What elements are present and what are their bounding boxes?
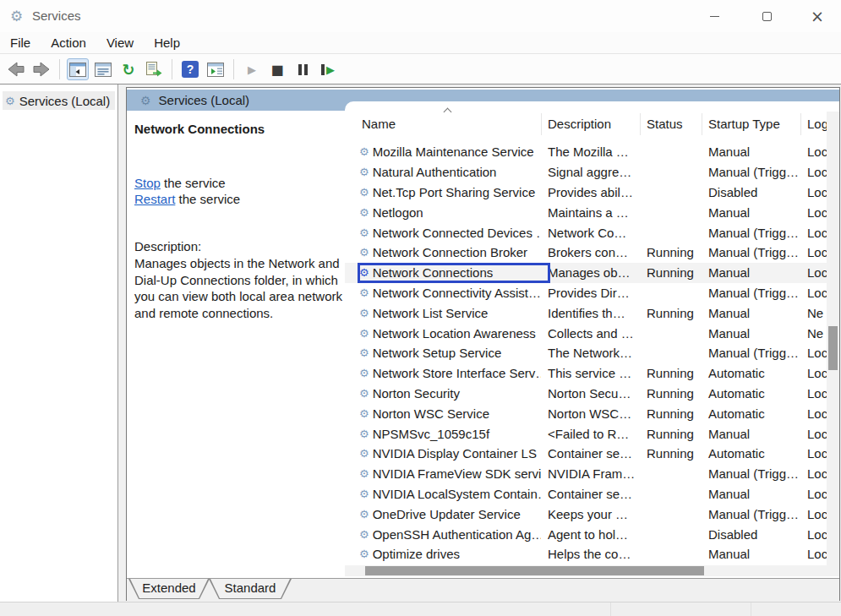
table-row[interactable]: ⚙ OpenSSH Authentication Ag… Agent to ho… xyxy=(345,524,827,544)
horizontal-scrollbar[interactable] xyxy=(345,565,827,576)
service-startup-type: Manual (Trigg… xyxy=(702,507,800,521)
refresh-button[interactable]: ↻ xyxy=(117,58,139,80)
service-gear-icon: ⚙ xyxy=(359,226,369,239)
column-divider[interactable] xyxy=(800,113,801,135)
help-button[interactable]: ? xyxy=(179,58,201,80)
table-row[interactable]: ⚙ NVIDIA Display Container LS Container … xyxy=(345,444,827,464)
menu-help[interactable]: Help xyxy=(144,34,190,52)
table-row[interactable]: ⚙ Net.Tcp Port Sharing Service Provides … xyxy=(345,183,827,203)
column-header-status[interactable]: Status xyxy=(647,117,683,131)
tree-item-label: Services (Local) xyxy=(19,94,111,108)
service-name: NPSMSvc_1059c15f xyxy=(373,427,489,441)
service-name-cell: ⚙ Network Store Interface Serv… xyxy=(345,366,541,380)
table-row[interactable]: ⚙ Network Connectivity Assist… Provides … xyxy=(345,283,827,303)
service-status: Running xyxy=(640,306,702,320)
table-row[interactable]: ⚙ Network Store Interface Serv… This ser… xyxy=(345,363,827,384)
table-row[interactable]: ⚙ NPSMSvc_1059c15f <Failed to R… Running… xyxy=(345,423,827,444)
service-name-cell: ⚙ Netlogon xyxy=(345,205,541,220)
column-divider[interactable] xyxy=(640,113,641,135)
table-row[interactable]: ⚙ NVIDIA FrameView SDK servi… NVIDIA Fra… xyxy=(345,464,827,484)
action-pane-icon xyxy=(207,63,224,77)
table-row[interactable]: ⚙ Norton WSC Service Norton WSC… Running… xyxy=(345,403,827,423)
back-button[interactable] xyxy=(5,58,27,80)
table-row[interactable]: ⚙ OneDrive Updater Service Keeps your … … xyxy=(345,504,827,524)
service-name-cell: ⚙ Network Setup Service xyxy=(345,346,541,360)
service-startup-type: Manual xyxy=(702,547,800,561)
menu-view[interactable]: View xyxy=(96,34,144,52)
table-row[interactable]: ⚙ Network List Service Identifies th… Ru… xyxy=(345,303,827,323)
column-header-log-on-as[interactable]: Log xyxy=(807,117,828,131)
maximize-button[interactable] xyxy=(747,0,786,32)
close-button[interactable]: × xyxy=(798,0,837,32)
horizontal-scrollbar-thumb[interactable] xyxy=(365,566,704,575)
service-name: Network Store Interface Serv… xyxy=(373,366,541,380)
column-header-startup-type[interactable]: Startup Type xyxy=(708,117,780,131)
table-row[interactable]: ⚙ Optimize drives Helps the co… Manual L… xyxy=(345,544,827,564)
tab-standard[interactable]: Standard xyxy=(209,579,292,599)
stop-service-button[interactable]: ■ xyxy=(266,58,288,80)
table-row[interactable]: ⚙ Norton Security Norton Secu… Running A… xyxy=(345,384,827,404)
service-status: Running xyxy=(640,386,702,401)
properties-button[interactable] xyxy=(92,58,114,80)
service-description: Collects and … xyxy=(541,326,640,341)
service-gear-icon: ⚙ xyxy=(359,488,369,500)
column-divider[interactable] xyxy=(702,113,702,135)
service-startup-type: Manual xyxy=(702,427,800,441)
start-service-button[interactable]: ▶ xyxy=(241,58,263,80)
forward-button[interactable] xyxy=(30,58,52,80)
service-name: OneDrive Updater Service xyxy=(373,507,521,521)
pane-header-icon: ⚙ xyxy=(140,94,151,107)
service-name: Network List Service xyxy=(373,306,489,320)
column-header-description[interactable]: Description xyxy=(548,117,611,131)
tab-extended[interactable]: Extended xyxy=(128,579,210,599)
toolbar-separator xyxy=(59,59,60,79)
table-row[interactable]: ⚙ Network Location Awareness Collects an… xyxy=(345,323,827,343)
table-row[interactable]: ⚙ Network Setup Service The Network… Man… xyxy=(345,343,827,363)
table-row[interactable]: ⚙ NVIDIA LocalSystem Contain… Container … xyxy=(345,484,827,504)
restart-service-button[interactable]: ▶ xyxy=(317,58,339,80)
menu-file[interactable]: File xyxy=(3,34,41,52)
service-rows: ⚙ Mozilla Maintenance Service The Mozill… xyxy=(345,142,827,564)
vertical-scrollbar-thumb[interactable] xyxy=(828,326,838,370)
service-status: Running xyxy=(640,366,702,380)
table-row[interactable]: ⚙ Mozilla Maintenance Service The Mozill… xyxy=(345,142,827,162)
column-header-name[interactable]: Name xyxy=(362,117,396,131)
column-divider[interactable] xyxy=(541,113,542,135)
table-row[interactable]: ⚙ Network Connected Devices … Network Co… xyxy=(345,222,827,243)
service-gear-icon: ⚙ xyxy=(359,508,369,521)
table-row[interactable]: ⚙ Netlogon Maintains a … Manual Loc xyxy=(345,202,827,222)
menu-action[interactable]: Action xyxy=(41,34,96,52)
service-startup-type: Manual (Trigg… xyxy=(702,245,800,259)
restart-service-link[interactable]: Restart xyxy=(134,192,175,206)
service-log-on-as: Loc xyxy=(800,144,827,159)
pause-service-button[interactable] xyxy=(292,58,314,80)
export-list-button[interactable] xyxy=(143,58,165,80)
vertical-scrollbar[interactable] xyxy=(827,112,839,576)
service-description: Signal aggre… xyxy=(541,165,640,179)
service-startup-type: Manual xyxy=(702,205,800,220)
title-bar: ⚙ Services × xyxy=(0,0,841,32)
services-node-icon: ⚙ xyxy=(5,95,15,107)
restart-icon: ▶ xyxy=(321,63,335,76)
service-gear-icon: ⚙ xyxy=(359,528,369,541)
services-list-box: Name Description Status Startup Type Log… xyxy=(345,101,839,578)
service-log-on-as: Loc xyxy=(800,245,827,259)
stop-service-link[interactable]: Stop xyxy=(134,176,161,190)
tree-item-services-local[interactable]: ⚙ Services (Local) xyxy=(3,91,115,110)
service-gear-icon: ⚙ xyxy=(359,307,369,319)
service-name: OpenSSH Authentication Ag… xyxy=(373,527,541,542)
service-name-cell: ⚙ Net.Tcp Port Sharing Service xyxy=(345,185,541,199)
table-row[interactable]: ⚙ Network Connection Broker Brokers con…… xyxy=(345,243,827,263)
service-log-on-as: Loc xyxy=(800,286,827,300)
service-name: NVIDIA LocalSystem Contain… xyxy=(373,487,541,501)
stop-service-text: the service xyxy=(161,176,226,190)
minimize-button[interactable] xyxy=(695,0,734,32)
service-name: NVIDIA Display Container LS xyxy=(373,446,537,461)
table-row[interactable]: ⚙ Network Connections Manages ob… Runnin… xyxy=(345,263,827,283)
show-action-pane-button[interactable] xyxy=(205,58,227,80)
table-row[interactable]: ⚙ Natural Authentication Signal aggre… M… xyxy=(345,162,827,183)
service-log-on-as: Loc xyxy=(800,527,827,542)
tab-extended-label: Extended xyxy=(128,579,210,597)
service-log-on-as: Ne xyxy=(800,306,827,320)
show-console-tree-button[interactable] xyxy=(67,58,89,80)
